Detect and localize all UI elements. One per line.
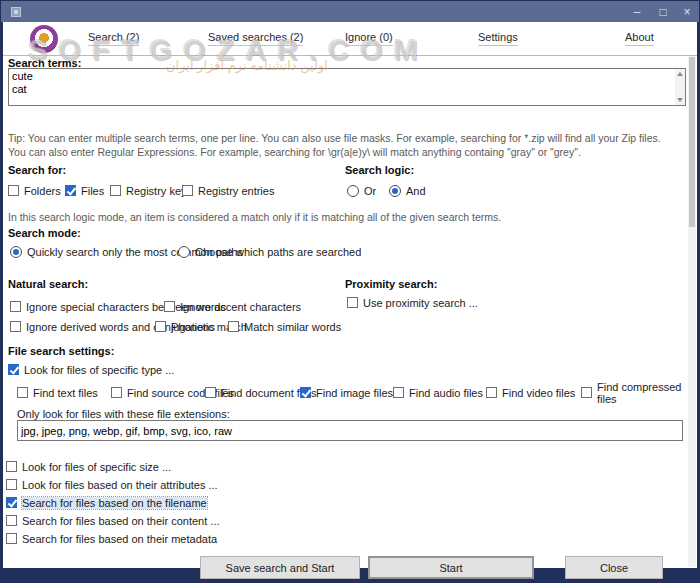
checkbox-label: Find text files	[33, 387, 98, 399]
checkbox-find-audio-files[interactable]: Find audio files	[393, 386, 483, 399]
checkbox-icon	[10, 301, 21, 312]
checkbox-checked-icon	[8, 364, 19, 375]
radio-mode-choose[interactable]: Choose which paths are searched	[178, 245, 361, 258]
checkbox-files[interactable]: Files	[65, 184, 104, 197]
app-logo-icon	[30, 25, 58, 53]
maximize-button[interactable]: □	[653, 1, 673, 22]
checkbox-checked-icon	[65, 185, 76, 196]
checkbox-icon	[581, 387, 592, 398]
tab-ignore[interactable]: Ignore (0)	[345, 31, 393, 46]
checkbox-label: Find compressed files	[597, 381, 697, 405]
tab-about[interactable]: About	[625, 31, 654, 46]
extensions-input[interactable]	[17, 420, 683, 441]
search-logic-note: In this search logic mode, an item is co…	[8, 211, 501, 223]
radio-selected-icon	[10, 246, 22, 258]
search-mode-heading: Search mode:	[8, 227, 81, 239]
checkbox-filename[interactable]: Search for files based on the filename	[6, 496, 207, 509]
checkbox-icon	[486, 387, 497, 398]
main-panel: Search (2) Saved searches (2) Ignore (0)…	[3, 22, 697, 568]
checkbox-label: Files	[81, 185, 104, 197]
scroll-up-icon[interactable]	[677, 72, 683, 76]
checkbox-label: Search for files based on their content …	[22, 515, 220, 527]
title-bar: – □ ×	[1, 1, 699, 22]
checkbox-ignore-accent-chars[interactable]: Ignore accent characters	[164, 300, 301, 313]
checkbox-icon	[164, 301, 175, 312]
radio-label: Choose which paths are searched	[195, 246, 361, 258]
checkbox-label: Folders	[24, 185, 61, 197]
radio-selected-icon	[389, 185, 401, 197]
checkbox-icon	[6, 515, 17, 526]
radio-logic-or[interactable]: Or	[347, 184, 376, 197]
checkbox-icon	[8, 185, 19, 196]
search-logic-heading: Search logic:	[345, 164, 414, 176]
checkbox-use-proximity-search[interactable]: Use proximity search ...	[347, 296, 478, 309]
checkbox-icon	[111, 387, 122, 398]
tab-search[interactable]: Search (2)	[88, 31, 139, 46]
checkbox-icon	[182, 185, 193, 196]
checkbox-content[interactable]: Search for files based on their content …	[6, 514, 220, 527]
close-window-button[interactable]: ×	[677, 1, 697, 22]
checkbox-label: Match similar words	[244, 321, 341, 333]
radio-icon	[178, 246, 190, 258]
app-window: – □ × Search (2) Saved searches (2) Igno…	[0, 0, 700, 583]
checkbox-label: Ignore accent characters	[180, 301, 301, 313]
checkbox-icon	[10, 321, 21, 332]
search-form: Search terms: cute cat Tip: You can ente…	[3, 55, 697, 568]
proximity-search-heading: Proximity search:	[345, 278, 437, 290]
checkbox-label: Use proximity search ...	[363, 297, 478, 309]
checkbox-label: Find image files	[316, 387, 393, 399]
checkbox-find-image-files[interactable]: Find image files	[300, 386, 393, 399]
checkbox-icon	[110, 185, 121, 196]
checkbox-label: Search for files based on the filename	[22, 497, 207, 509]
natural-search-heading: Natural search:	[8, 278, 88, 290]
checkbox-label: Search for files based on their metadata	[22, 533, 217, 545]
radio-logic-and[interactable]: And	[389, 184, 426, 197]
minimize-button[interactable]: –	[627, 1, 647, 22]
checkbox-icon	[393, 387, 404, 398]
checkbox-find-compressed-files[interactable]: Find compressed files	[581, 386, 697, 399]
textarea-scrollbar[interactable]	[675, 69, 685, 105]
checkbox-label: Registry entries	[198, 185, 274, 197]
extensions-label: Only look for files with these file exte…	[17, 408, 230, 420]
vertical-scrollbar[interactable]	[688, 56, 696, 567]
checkbox-folders[interactable]: Folders	[8, 184, 61, 197]
radio-label: Or	[364, 185, 376, 197]
tab-settings[interactable]: Settings	[478, 31, 518, 46]
checkbox-icon	[6, 461, 17, 472]
radio-icon	[347, 185, 359, 197]
checkbox-icon	[228, 321, 239, 332]
checkbox-label: Look for files of specific type ...	[24, 364, 174, 376]
app-menu-icon[interactable]	[11, 7, 21, 17]
checkbox-icon	[17, 387, 28, 398]
checkbox-registry-keys[interactable]: Registry keys	[110, 184, 192, 197]
checkbox-specific-size[interactable]: Look for files of specific size ...	[6, 460, 171, 473]
search-for-heading: Search for:	[8, 164, 66, 176]
checkbox-checked-icon	[6, 497, 17, 508]
checkbox-registry-entries[interactable]: Registry entries	[182, 184, 274, 197]
close-button[interactable]: Close	[565, 556, 663, 579]
checkbox-find-video-files[interactable]: Find video files	[486, 386, 575, 399]
checkbox-icon	[205, 387, 216, 398]
checkbox-checked-icon	[300, 387, 311, 398]
checkbox-attributes[interactable]: Look for files based on their attributes…	[6, 478, 218, 491]
checkbox-match-similar-words[interactable]: Match similar words	[228, 320, 341, 333]
checkbox-metadata[interactable]: Search for files based on their metadata	[6, 532, 217, 545]
checkbox-label: Look for files based on their attributes…	[22, 479, 218, 491]
checkbox-find-text-files[interactable]: Find text files	[17, 386, 98, 399]
checkbox-label: Find audio files	[409, 387, 483, 399]
tip-file-masks: Tip: You can enter multiple search terms…	[8, 132, 661, 144]
checkbox-label: Look for files of specific size ...	[22, 461, 171, 473]
scrollbar-thumb[interactable]	[689, 57, 695, 227]
checkbox-icon	[155, 321, 166, 332]
start-button[interactable]: Start	[368, 556, 534, 579]
tip-regex: You can also enter Regular Expressions. …	[8, 146, 581, 158]
tab-saved-searches[interactable]: Saved searches (2)	[208, 31, 303, 46]
checkbox-icon	[6, 533, 17, 544]
save-search-and-start-button[interactable]: Save search and Start	[200, 556, 360, 579]
search-terms-input[interactable]: cute cat	[8, 68, 686, 106]
radio-label: And	[406, 185, 426, 197]
checkbox-icon	[6, 479, 17, 490]
checkbox-specific-type[interactable]: Look for files of specific type ...	[8, 363, 174, 376]
checkbox-icon	[347, 297, 358, 308]
scroll-down-icon[interactable]	[677, 98, 683, 102]
